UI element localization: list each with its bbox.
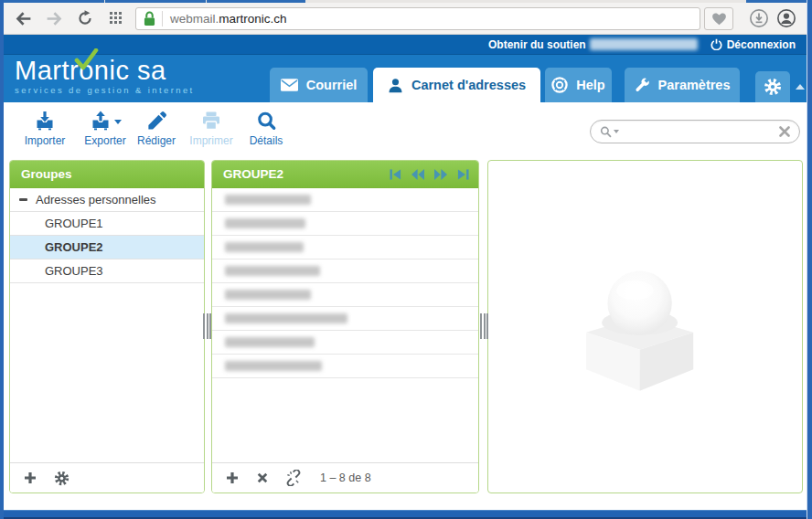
prev-page-icon[interactable]: [411, 169, 424, 180]
bookmark-heart-icon[interactable]: [704, 7, 733, 30]
window-frame-left: [0, 0, 4, 519]
contact-row[interactable]: [212, 236, 478, 260]
check-icon: [74, 48, 99, 75]
lock-icon: [144, 11, 155, 26]
power-icon: [710, 38, 722, 50]
contact-row[interactable]: [212, 283, 478, 307]
contact-row[interactable]: [212, 260, 478, 283]
details-button[interactable]: Détails: [240, 108, 293, 154]
tab-carnet-adresses[interactable]: Carnet d'adresses: [373, 68, 540, 102]
logo-title: Martronic sa: [15, 57, 195, 84]
blurred-contact-name: [225, 218, 305, 228]
group-label: GROUPE2: [10, 240, 103, 254]
contacts-panel-footer: 1 – 8 de 8: [212, 462, 478, 493]
back-icon[interactable]: [11, 6, 35, 30]
printer-icon: [200, 108, 222, 132]
blurred-contact-name: [225, 313, 347, 323]
forward-icon[interactable]: [42, 6, 66, 30]
groups-panel-title: Groupes: [21, 167, 72, 181]
groups-panel-header: Groupes: [10, 161, 204, 188]
window-frame-right: [807, 0, 812, 519]
wrench-icon: [635, 78, 650, 93]
contact-row[interactable]: [212, 331, 478, 355]
contact-list: [212, 188, 478, 378]
splitter-groups-contacts[interactable]: [203, 313, 211, 339]
logout-label: Déconnexion: [727, 38, 796, 51]
tab-courriel[interactable]: Courriel: [270, 68, 368, 102]
tab-options-gear[interactable]: [755, 71, 790, 102]
collapse-caret-icon[interactable]: [796, 84, 805, 90]
profile-icon[interactable]: [775, 7, 797, 29]
browser-toolbar: webmail.martronic.ch: [4, 3, 807, 35]
magnifier-icon: [256, 108, 277, 132]
app-header: Martronic sa services de gestion & inter…: [4, 55, 807, 102]
address-bar[interactable]: webmail.martronic.ch: [135, 7, 700, 30]
search-input[interactable]: [625, 125, 774, 138]
blurred-contact-name: [225, 266, 320, 276]
martronic-logo: Martronic sa services de gestion & inter…: [15, 57, 195, 95]
contact-row[interactable]: [212, 307, 478, 331]
contacts-panel-header: GROUPE2: [212, 161, 478, 188]
groups-list: Adresses personnelles GROUPE1 GROUPE2 GR…: [10, 188, 204, 283]
print-button: Imprimer: [183, 108, 240, 154]
contact-row[interactable]: [212, 212, 478, 236]
tab-parametres[interactable]: Paramètres: [625, 68, 740, 102]
app-toolbar: Importer Exporter Rédiger Imprimer: [4, 102, 807, 160]
details-label: Détails: [250, 134, 283, 147]
export-button[interactable]: Exporter: [75, 108, 135, 154]
group-row-personal-addresses[interactable]: Adresses personnelles: [10, 188, 204, 212]
contacts-counter: 1 – 8 de 8: [320, 471, 371, 484]
group-row-groupe1[interactable]: GROUPE1: [10, 212, 204, 236]
contact-details-panel: [487, 160, 803, 493]
import-icon: [34, 108, 56, 132]
support-link[interactable]: Obtenir du soutien: [488, 38, 586, 51]
group-settings-gear-icon[interactable]: [54, 471, 69, 486]
contacts-panel: GROUPE2 1 – 8 de 8: [211, 160, 479, 493]
contact-row[interactable]: [212, 355, 478, 378]
add-contact-icon[interactable]: [225, 471, 240, 485]
blurred-contact-name: [225, 242, 304, 252]
print-label: Imprimer: [189, 134, 232, 147]
search-magnifier-icon[interactable]: [600, 126, 619, 138]
last-page-icon[interactable]: [457, 169, 469, 180]
blurred-contact-name: [225, 337, 315, 347]
import-button[interactable]: Importer: [18, 108, 71, 154]
compose-button[interactable]: Rédiger: [130, 108, 183, 154]
logout-link[interactable]: Déconnexion: [710, 38, 796, 51]
add-group-icon[interactable]: [23, 471, 37, 485]
tab-label: Carnet d'adresses: [411, 78, 526, 92]
next-page-icon[interactable]: [434, 169, 447, 180]
apps-grid-icon[interactable]: [104, 6, 128, 30]
export-label: Exporter: [84, 134, 125, 147]
logo-subtitle: services de gestion & internet: [15, 85, 195, 95]
delete-contact-icon[interactable]: [256, 471, 269, 484]
splitter-contacts-details[interactable]: [480, 313, 488, 339]
blurred-user-email: [590, 38, 698, 50]
window-frame-bottom: [0, 510, 812, 519]
unlink-group-icon[interactable]: [285, 470, 302, 486]
first-page-icon[interactable]: [390, 169, 401, 180]
search-box: [590, 120, 800, 143]
tab-label: Help: [576, 78, 604, 92]
search-clear-icon[interactable]: [779, 126, 790, 137]
collapse-minus-icon[interactable]: [19, 198, 27, 201]
search-scope-caret[interactable]: [614, 130, 619, 133]
blurred-contact-name: [225, 195, 311, 205]
group-row-groupe2[interactable]: GROUPE2: [10, 236, 204, 260]
group-row-groupe3[interactable]: GROUPE3: [10, 260, 204, 283]
groups-panel: Groupes Adresses personnelles GROUPE1 GR…: [9, 160, 205, 493]
reload-icon[interactable]: [73, 6, 97, 30]
export-dropdown-caret[interactable]: [114, 120, 122, 124]
groups-panel-footer: [10, 462, 204, 493]
group-label: GROUPE3: [10, 264, 103, 278]
browser-window: webmail.martronic.ch Obtenir du soutien …: [0, 0, 812, 519]
export-icon: [90, 108, 122, 132]
gear-icon: [764, 78, 782, 96]
contact-row[interactable]: [212, 188, 478, 212]
url-text: webmail.martronic.ch: [170, 12, 287, 26]
compose-label: Rédiger: [137, 134, 176, 147]
mail-icon: [281, 79, 298, 91]
lifering-icon: [551, 77, 568, 93]
downloads-icon[interactable]: [748, 7, 770, 29]
tab-help[interactable]: Help: [545, 68, 612, 102]
